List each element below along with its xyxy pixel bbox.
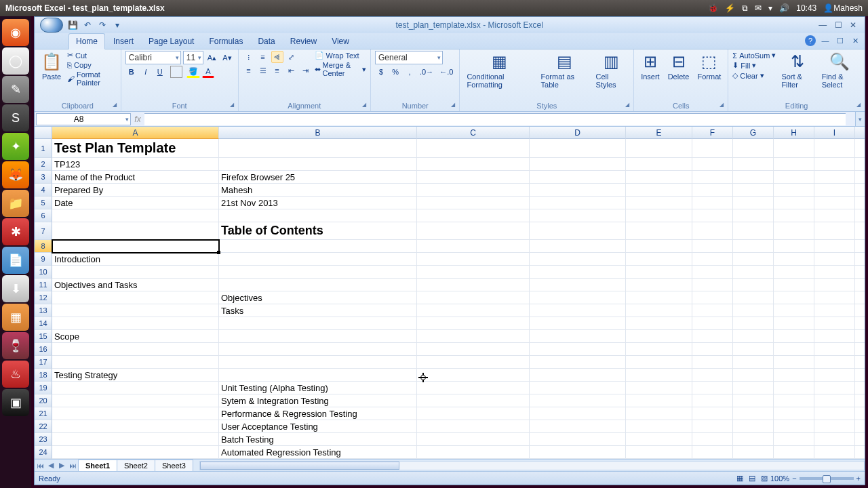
cell-I11[interactable] <box>814 279 855 291</box>
cell-G14[interactable] <box>733 317 774 330</box>
cell-J4[interactable] <box>855 184 865 197</box>
cell-G11[interactable] <box>733 279 774 291</box>
cell-J8[interactable] <box>855 240 865 253</box>
cell-G24[interactable] <box>733 446 774 459</box>
horizontal-scrollbar[interactable] <box>199 461 865 470</box>
cell-D17[interactable] <box>530 356 626 369</box>
row-header-1[interactable]: 1 <box>35 139 52 158</box>
col-header-A[interactable]: A <box>52 127 219 139</box>
cell-F22[interactable] <box>692 420 733 433</box>
cell-B20[interactable]: Sytem & Integration Testing <box>219 394 417 407</box>
wrap-text-button[interactable]: 📄 Wrap Text <box>315 51 367 60</box>
row-19[interactable]: 19Unit Testing (Alpha Testing) <box>35 382 865 394</box>
cell-E7[interactable] <box>626 222 692 240</box>
cell-I18[interactable] <box>814 369 855 382</box>
cell-F19[interactable] <box>692 382 733 394</box>
cell-A18[interactable]: Testing Strategy <box>52 369 219 382</box>
undo-icon[interactable]: ↶ <box>82 20 93 30</box>
cell-H19[interactable] <box>774 382 814 394</box>
cell-I23[interactable] <box>814 433 855 446</box>
row-header-15[interactable]: 15 <box>35 330 52 343</box>
insert-button[interactable]: ⊞Insert <box>638 51 663 82</box>
terminal-icon[interactable]: ▣ <box>2 389 29 416</box>
row-header-16[interactable]: 16 <box>35 343 52 356</box>
download-icon[interactable]: ⬇ <box>2 275 29 302</box>
row-header-23[interactable]: 23 <box>35 433 52 446</box>
cell-C11[interactable] <box>417 279 530 291</box>
cell-F2[interactable] <box>692 158 733 171</box>
cell-D6[interactable] <box>530 209 626 222</box>
cell-D21[interactable] <box>530 407 626 420</box>
cell-A13[interactable] <box>52 304 219 317</box>
cell-J10[interactable] <box>855 266 865 279</box>
gimp-icon[interactable]: ✦ <box>2 133 29 160</box>
row-22[interactable]: 22User Acceptance Testing <box>35 420 865 433</box>
cell-C3[interactable] <box>417 171 530 184</box>
cell-J14[interactable] <box>855 317 865 330</box>
row-16[interactable]: 16 <box>35 343 865 356</box>
cell-B5[interactable]: 21st Nov 2013 <box>219 197 417 209</box>
align-left-icon[interactable]: ≡ <box>243 64 255 77</box>
cell-D16[interactable] <box>530 343 626 356</box>
cell-B3[interactable]: Firefox Browser 25 <box>219 171 417 184</box>
col-header-G[interactable]: G <box>733 127 774 139</box>
view-layout-icon[interactable]: ▤ <box>746 472 758 485</box>
cell-H24[interactable] <box>774 446 814 459</box>
merge-center-button[interactable]: ⬌ Merge & Center ▾ <box>315 61 367 77</box>
zoom-out-icon[interactable]: − <box>792 474 796 483</box>
cell-A22[interactable] <box>52 420 219 433</box>
cell-J6[interactable] <box>855 209 865 222</box>
delete-button[interactable]: ⊟Delete <box>665 51 692 82</box>
cell-G16[interactable] <box>733 343 774 356</box>
cell-C8[interactable] <box>417 240 530 253</box>
tab-formulas[interactable]: Formulas <box>202 34 250 49</box>
cell-A23[interactable] <box>52 433 219 446</box>
cell-H3[interactable] <box>774 171 814 184</box>
cell-G22[interactable] <box>733 420 774 433</box>
cell-G18[interactable] <box>733 369 774 382</box>
save-icon[interactable]: 💾 <box>67 20 78 30</box>
cell-E10[interactable] <box>626 266 692 279</box>
sublime-icon[interactable]: S <box>2 104 29 131</box>
format-as-table-button[interactable]: ▤Format as Table <box>538 51 591 90</box>
row-header-3[interactable]: 3 <box>35 171 52 184</box>
cell-F12[interactable] <box>692 291 733 304</box>
cell-H23[interactable] <box>774 433 814 446</box>
row-21[interactable]: 21Performance & Regression Testing <box>35 407 865 420</box>
cell-A9[interactable]: Introduction <box>52 253 219 266</box>
cell-C23[interactable] <box>417 433 530 446</box>
fx-icon[interactable]: fx <box>131 115 144 124</box>
cell-H17[interactable] <box>774 356 814 369</box>
tab-data[interactable]: Data <box>251 34 281 49</box>
indent-decrease-icon[interactable]: ⇤ <box>285 64 298 77</box>
tab-home[interactable]: Home <box>68 33 105 49</box>
chrome-icon[interactable]: ◯ <box>2 47 29 75</box>
cell-G7[interactable] <box>733 222 774 240</box>
cell-D4[interactable] <box>530 184 626 197</box>
cell-E12[interactable] <box>626 291 692 304</box>
format-painter-button[interactable]: 🖌 Format Painter <box>67 70 117 87</box>
cell-A14[interactable] <box>52 317 219 330</box>
underline-button[interactable]: U <box>154 66 166 78</box>
cell-H18[interactable] <box>774 369 814 382</box>
col-header-C[interactable]: C <box>417 127 530 139</box>
cell-D15[interactable] <box>530 330 626 343</box>
app-icon-3[interactable]: ♨ <box>2 361 29 388</box>
cell-I12[interactable] <box>814 291 855 304</box>
cell-F9[interactable] <box>692 253 733 266</box>
cell-J3[interactable] <box>855 171 865 184</box>
cell-E2[interactable] <box>626 158 692 171</box>
cell-H12[interactable] <box>774 291 814 304</box>
row-2[interactable]: 2TP123 <box>35 158 865 171</box>
cell-F20[interactable] <box>692 394 733 407</box>
tab-review[interactable]: Review <box>283 34 323 49</box>
cell-I9[interactable] <box>814 253 855 266</box>
cell-D5[interactable] <box>530 197 626 209</box>
row-24[interactable]: 24Automated Regression Testing <box>35 446 865 459</box>
cell-H9[interactable] <box>774 253 814 266</box>
cell-H8[interactable] <box>774 240 814 253</box>
cell-E5[interactable] <box>626 197 692 209</box>
row-header-11[interactable]: 11 <box>35 279 52 291</box>
cell-I20[interactable] <box>814 394 855 407</box>
cell-H4[interactable] <box>774 184 814 197</box>
